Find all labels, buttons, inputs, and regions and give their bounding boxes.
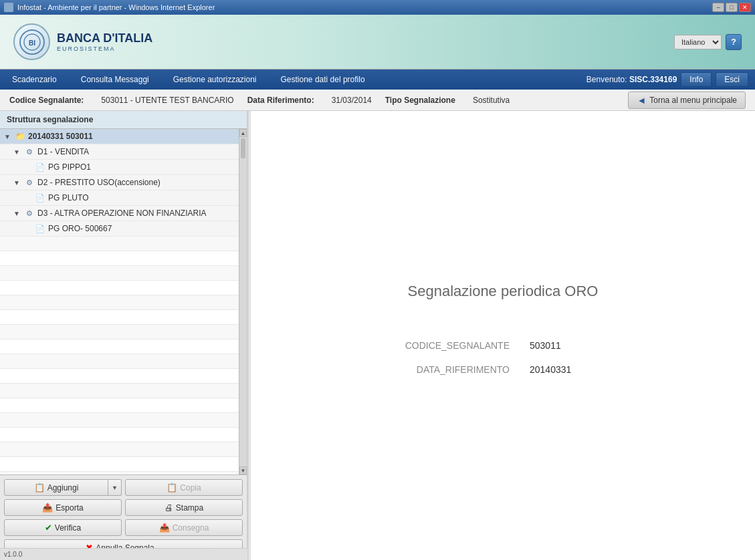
app-icon [4, 3, 13, 12]
folder-icon: 📁 [15, 132, 25, 141]
aggiungi-dropdown-arrow[interactable]: ▼ [108, 479, 122, 496]
tree-scroll-wrap: ▼ 📁 20140331 503011 ▼ ⚙ D1 - VENDITA 📄 P… [0, 129, 247, 474]
tree-label-d1: D1 - VENDITA [37, 147, 89, 156]
nav-gestione-dati[interactable]: Gestione dati del profilo [276, 72, 370, 87]
close-button[interactable]: ✕ [739, 3, 751, 12]
empty-row [0, 428, 239, 442]
copia-button[interactable]: 📋 Copia [125, 479, 243, 496]
report-codice-label: CODICE_SEGNALANTE [376, 340, 510, 351]
report-field-codice: CODICE_SEGNALANTE 503011 [376, 340, 630, 351]
tree-item-d2[interactable]: ▼ ⚙ D2 - PRESTITO USO(accensione) [0, 175, 239, 190]
nav-right: Benvenuto: SISC.334169 Info Esci [586, 72, 748, 87]
bank-sub: EUROSISTEMA [57, 45, 152, 52]
data-riferimento-value: 31/03/2014 [332, 96, 372, 105]
bank-name: BANCA D'ITALIA [57, 31, 152, 46]
tree-label-pg1: PG PIPPO1 [48, 162, 91, 172]
left-panel: Struttura segnalazione ▼ 📁 20140331 5030… [0, 111, 247, 560]
empty-row [0, 339, 239, 354]
tree-item-pg1[interactable]: 📄 PG PIPPO1 [0, 160, 239, 175]
consegna-icon: 📤 [159, 523, 170, 533]
scroll-up-button[interactable]: ▲ [239, 129, 247, 137]
tree-label-pg2: PG PLUTO [48, 193, 88, 202]
tree-item-d1[interactable]: ▼ ⚙ D1 - VENDITA [0, 144, 239, 160]
tree-label-root: 20140331 503011 [28, 132, 93, 141]
nav-scadenzario[interactable]: Scadenzario [7, 72, 62, 87]
window-title: Infostat - Ambiente per il partner - Win… [17, 3, 215, 11]
minimize-button[interactable]: – [712, 3, 724, 12]
version-bar: v1.0.0 [0, 548, 247, 560]
header-controls: Italiano English ? [674, 34, 742, 50]
info-button[interactable]: Info [681, 72, 712, 87]
tree-item-root[interactable]: ▼ 📁 20140331 503011 [0, 129, 239, 144]
report-title: Segnalazione periodica ORO [376, 283, 630, 300]
tree-toggle-d3[interactable]: ▼ [13, 210, 21, 217]
report-field-data: DATA_RIFERIMENTO 20140331 [376, 364, 630, 375]
empty-row [0, 413, 239, 428]
language-select[interactable]: Italiano English [674, 35, 722, 49]
tree-toggle-pg1 [24, 164, 32, 171]
nav-consulta-messaggi[interactable]: Consulta Messaggi [76, 72, 154, 87]
aggiungi-wrap: 📋 Aggiungi ▼ [4, 479, 122, 496]
torna-menu-button[interactable]: ◄ Torna al menu principale [628, 92, 746, 109]
empty-row [0, 325, 239, 339]
scroll-thumb[interactable] [241, 138, 245, 158]
tree-label-d3: D3 - ALTRA OPERAZIONE NON FINANZIARIA [37, 208, 207, 218]
welcome-label: Benvenuto: SISC.334169 [586, 75, 677, 84]
empty-row [0, 310, 239, 325]
window-controls: – □ ✕ [712, 3, 751, 12]
empty-row [0, 354, 239, 369]
empty-row [0, 295, 239, 310]
header: BI BANCA D'ITALIA EUROSISTEMA Italiano E… [0, 15, 755, 69]
tree-scrollbar[interactable]: ▲ ▼ [239, 129, 247, 474]
copia-icon: 📋 [167, 482, 177, 493]
data-riferimento-label: Data Riferimento: [247, 96, 314, 105]
nav-gestione-autorizzazioni[interactable]: Gestione autorizzazioni [168, 72, 262, 87]
maximize-button[interactable]: □ [726, 3, 738, 12]
tree-area: ▼ 📁 20140331 503011 ▼ ⚙ D1 - VENDITA 📄 P… [0, 129, 239, 474]
tree-toggle-d2[interactable]: ▼ [13, 179, 21, 186]
structure-header: Struttura segnalazione [0, 111, 247, 129]
tree-item-d3[interactable]: ▼ ⚙ D3 - ALTRA OPERAZIONE NON FINANZIARI… [0, 206, 239, 221]
doc-icon-pg1: 📄 [35, 162, 45, 172]
add-icon: 📋 [34, 482, 45, 493]
arrow-left-icon: ◄ [637, 95, 646, 106]
tree-toggle-d1[interactable]: ▼ [13, 148, 21, 156]
version-text: v1.0.0 [4, 551, 22, 558]
empty-row [0, 398, 239, 413]
report-data-label: DATA_RIFERIMENTO [376, 364, 510, 375]
tree-label-d2: D2 - PRESTITO USO(accensione) [37, 178, 160, 187]
empty-row [0, 266, 239, 281]
empty-row [0, 281, 239, 295]
report-content: Segnalazione periodica ORO CODICE_SEGNAL… [349, 256, 657, 415]
bottom-buttons: 📋 Aggiungi ▼ 📋 Copia 📤 Esporta 🖨 Stampa … [0, 474, 247, 560]
logo-icon: BI [13, 23, 50, 60]
aggiungi-button[interactable]: 📋 Aggiungi [4, 479, 108, 496]
stampa-button[interactable]: 🖨 Stampa [125, 499, 243, 516]
gear-icon-d2: ⚙ [24, 178, 35, 187]
tree-toggle-root[interactable]: ▼ [4, 133, 12, 140]
gear-icon-d1: ⚙ [24, 147, 35, 156]
svg-text:BI: BI [29, 39, 35, 47]
scroll-track [239, 160, 247, 466]
tipo-segnalazione-label: Tipo Segnalazione [385, 96, 455, 105]
esci-button[interactable]: Esci [716, 72, 748, 87]
consegna-button[interactable]: 📤 Consegna [125, 519, 243, 536]
empty-row [0, 457, 239, 472]
empty-row [0, 442, 239, 457]
tree-item-pg2[interactable]: 📄 PG PLUTO [0, 190, 239, 206]
esporta-button[interactable]: 📤 Esporta [4, 499, 122, 516]
report-data-value: 20140331 [530, 364, 630, 375]
doc-icon-pg3: 📄 [35, 224, 45, 233]
scroll-down-button[interactable]: ▼ [239, 466, 247, 474]
tree-item-pg3[interactable]: 📄 PG ORO- 500667 [0, 221, 239, 237]
stampa-icon: 🖨 [165, 503, 173, 513]
info-bar: Codice Segnalante: 503011 - UTENTE TEST … [0, 90, 755, 111]
tree-label-pg3: PG ORO- 500667 [48, 224, 112, 233]
verifica-button[interactable]: ✔ Verifica [4, 519, 122, 536]
logo-text-area: BANCA D'ITALIA EUROSISTEMA [57, 31, 152, 53]
verifica-icon: ✔ [45, 523, 52, 533]
empty-row [0, 369, 239, 384]
codice-segnalante-label: Codice Segnalante: [9, 96, 84, 105]
nav-bar: Scadenzario Consulta Messaggi Gestione a… [0, 69, 755, 90]
help-button[interactable]: ? [726, 34, 742, 50]
